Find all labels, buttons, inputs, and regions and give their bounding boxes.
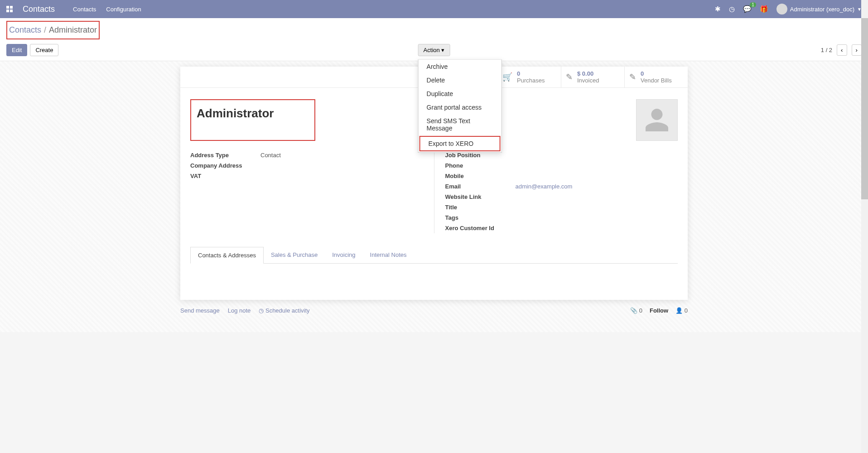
field-label: Website Link <box>445 193 516 200</box>
field-row: Xero Customer Id <box>445 223 678 233</box>
record-name-box: Administrator <box>190 99 315 141</box>
field-row: Address TypeContact <box>190 150 423 160</box>
field-row: VAT <box>190 171 423 181</box>
pager-prev-button[interactable]: ‹ <box>837 44 847 56</box>
app-brand[interactable]: Contacts <box>23 5 55 14</box>
stat-purchases[interactable]: 🛒 0Purchases <box>497 67 561 87</box>
send-message-link[interactable]: Send message <box>180 307 220 314</box>
breadcrumb-root[interactable]: Contacts <box>9 25 41 35</box>
action-button[interactable]: Action ▾ <box>418 44 450 56</box>
field-label: Title <box>445 204 516 211</box>
field-row: Title <box>445 202 678 212</box>
user-menu[interactable]: Administrator (xero_doc) ▼ <box>776 4 862 14</box>
field-label: Tags <box>445 214 516 221</box>
tab-sales-purchase[interactable]: Sales & Purchase <box>264 247 325 263</box>
tab-contacts-addresses[interactable]: Contacts & Addresses <box>190 247 264 264</box>
apps-icon[interactable] <box>6 6 13 12</box>
breadcrumb: Contacts / Administrator <box>6 21 100 39</box>
log-note-link[interactable]: Log note <box>228 307 251 314</box>
action-archive[interactable]: Archive <box>419 60 502 73</box>
field-label: Mobile <box>445 173 516 179</box>
field-label: Company Address <box>190 162 260 169</box>
action-dropdown: Archive Delete Duplicate Grant portal ac… <box>418 59 502 153</box>
field-label: Job Position <box>445 152 516 159</box>
action-duplicate[interactable]: Duplicate <box>419 87 502 101</box>
field-label: Address Type <box>190 152 260 159</box>
edit-button[interactable]: Edit <box>6 44 27 56</box>
tab-internal-notes[interactable]: Internal Notes <box>363 247 414 263</box>
attachments-count[interactable]: 📎 0 <box>630 307 642 314</box>
tab-invoicing[interactable]: Invoicing <box>325 247 362 263</box>
messages-icon[interactable]: 💬1 <box>743 5 752 13</box>
field-divider <box>434 150 434 233</box>
schedule-activity-link[interactable]: ◷ Schedule activity <box>259 307 309 314</box>
field-label: Xero Customer Id <box>445 225 516 231</box>
message-badge: 1 <box>750 2 756 7</box>
stat-invoiced[interactable]: ✎ $ 0.00Invoiced <box>561 67 624 87</box>
scrollbar-thumb[interactable] <box>861 18 868 199</box>
control-bar: Contacts / Administrator Edit Create Act… <box>0 18 868 61</box>
tab-content <box>180 264 688 300</box>
action-send-sms[interactable]: Send SMS Text Message <box>419 114 502 135</box>
followers-count[interactable]: 👤 0 <box>675 307 688 314</box>
action-delete[interactable]: Delete <box>419 73 502 87</box>
action-export-xero[interactable]: Export to XERO <box>420 136 501 151</box>
caret-down-icon: ▾ <box>441 47 444 53</box>
breadcrumb-current: Administrator <box>49 25 97 35</box>
user-label: Administrator (xero_doc) <box>790 6 854 13</box>
field-row: Mobile <box>445 171 678 181</box>
clock-icon[interactable]: ◷ <box>729 5 735 13</box>
field-row: Emailadmin@example.com <box>445 181 678 192</box>
pager-next-button[interactable]: › <box>852 44 862 56</box>
edit-icon: ✎ <box>629 72 636 82</box>
field-row: Tags <box>445 212 678 223</box>
chatter-footer: Send message Log note ◷ Schedule activit… <box>180 307 688 314</box>
bug-icon[interactable]: ✱ <box>715 5 721 13</box>
nav-contacts[interactable]: Contacts <box>73 6 96 13</box>
create-button[interactable]: Create <box>30 44 58 56</box>
record-name: Administrator <box>197 106 274 120</box>
field-label: Phone <box>445 162 516 169</box>
gift-icon[interactable]: 🎁 <box>760 5 768 13</box>
avatar-large[interactable] <box>636 99 678 141</box>
action-grant-portal[interactable]: Grant portal access <box>419 101 502 114</box>
pager-text: 1 / 2 <box>821 47 832 53</box>
scrollbar[interactable] <box>861 0 868 332</box>
field-row: Website Link <box>445 192 678 202</box>
stat-vendor-bills[interactable]: ✎ 0Vendor Bills <box>624 67 688 87</box>
top-navbar: Contacts Contacts Configuration ✱ ◷ 💬1 🎁… <box>0 0 868 18</box>
cart-icon: 🛒 <box>502 72 512 82</box>
edit-icon: ✎ <box>566 72 573 82</box>
field-value[interactable]: admin@example.com <box>516 183 573 190</box>
field-label: VAT <box>190 173 260 179</box>
field-row: Phone <box>445 160 678 171</box>
breadcrumb-sep: / <box>44 25 46 35</box>
field-row: Company Address <box>190 160 423 171</box>
follow-button[interactable]: Follow <box>650 307 668 314</box>
field-label: Email <box>445 183 516 190</box>
field-value: Contact <box>260 152 281 159</box>
avatar-icon <box>776 4 787 14</box>
nav-configuration[interactable]: Configuration <box>106 6 141 13</box>
